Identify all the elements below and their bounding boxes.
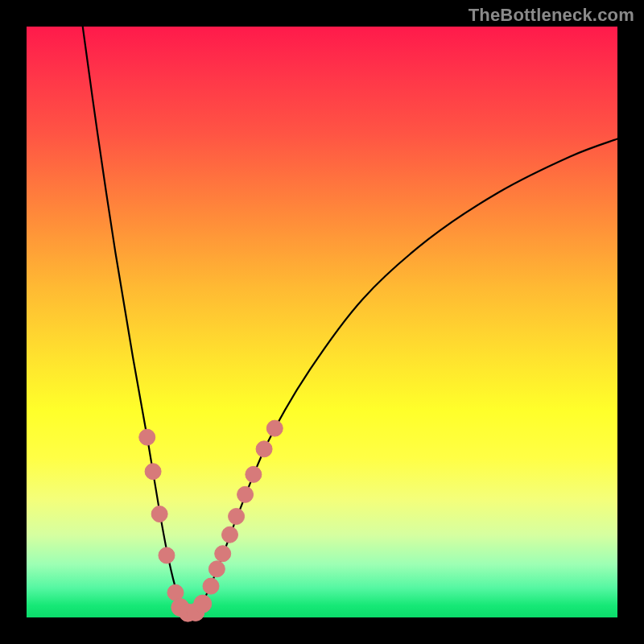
inlier-dot: [222, 526, 238, 543]
inlier-dot: [194, 595, 212, 613]
bottleneck-curve: [27, 27, 617, 617]
inlier-dots: [139, 420, 283, 621]
inlier-dot: [266, 420, 283, 436]
inlier-dot: [237, 486, 254, 502]
inlier-dot: [145, 464, 161, 480]
inlier-dot: [256, 441, 272, 457]
inlier-dot: [139, 429, 155, 445]
inlier-dot: [203, 578, 219, 594]
inlier-dot: [208, 561, 225, 577]
chart-stage: TheBottleneck.com: [0, 0, 644, 644]
inlier-dot: [215, 546, 231, 562]
inlier-dot: [246, 466, 262, 482]
watermark-text: TheBottleneck.com: [469, 5, 634, 26]
curve-path: [83, 27, 617, 617]
inlier-dot: [159, 547, 175, 564]
inlier-dot: [229, 508, 245, 524]
inlier-dot: [151, 506, 167, 522]
